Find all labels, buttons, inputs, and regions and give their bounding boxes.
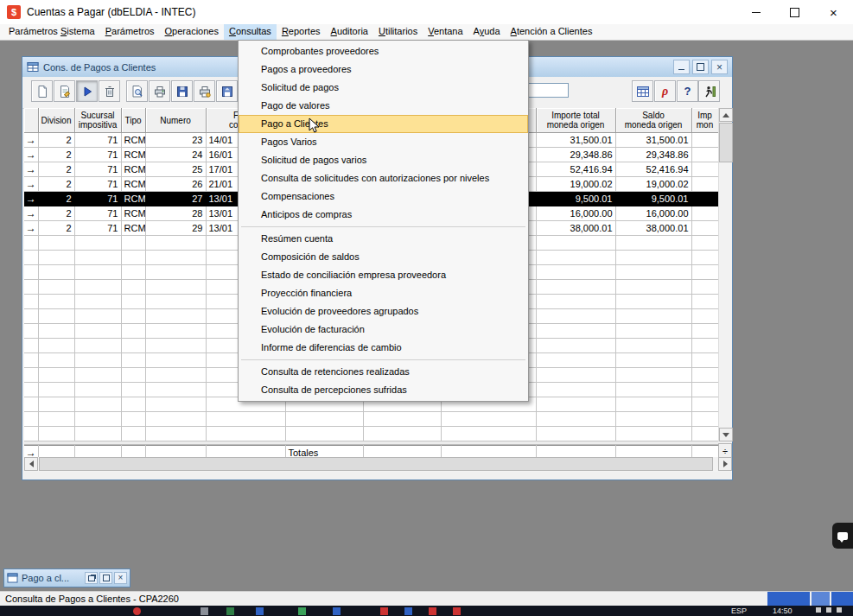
menubar-item-utilitarios[interactable]: Utilitarios: [373, 24, 423, 40]
menu-item-resumen-cuenta[interactable]: Resúmen cuenta: [239, 230, 528, 248]
chat-overlay-icon[interactable]: [832, 523, 853, 549]
minimize-icon: [678, 69, 684, 70]
arrow-up-icon: [723, 113, 729, 117]
export-diskette-icon: [220, 85, 234, 98]
grid-row-empty[interactable]: [24, 412, 718, 427]
totals-spinner[interactable]: ÷: [718, 443, 732, 458]
modify-record-button[interactable]: [54, 80, 75, 102]
menu-item-anticipos-de-compras[interactable]: Anticipos de compras: [239, 206, 528, 224]
menu-item-comprobantes-proveedores[interactable]: Comprobantes proveedores: [239, 42, 528, 60]
play-icon: [80, 85, 94, 98]
menubar-item-reportes[interactable]: Reportes: [277, 24, 326, 40]
tray-icon[interactable]: [826, 607, 831, 613]
close-button[interactable]: ×: [114, 572, 127, 584]
menubar-item-parametros-sistema[interactable]: Parámetros Sistema: [3, 24, 100, 40]
menubar-item-parametros[interactable]: Parámetros: [100, 24, 160, 40]
help-button[interactable]: ?: [677, 80, 698, 102]
col-header-tipo[interactable]: Tipo: [121, 108, 145, 133]
taskbar-icon[interactable]: [404, 607, 412, 615]
maximize-button[interactable]: [775, 0, 814, 24]
taskbar-icon[interactable]: [453, 607, 461, 615]
menu-item-pagos-varios[interactable]: Pagos Varios: [239, 133, 528, 151]
horizontal-scrollbar[interactable]: [24, 457, 732, 472]
exit-button[interactable]: [698, 80, 720, 102]
printer-icon: [153, 85, 167, 98]
horizontal-scroll-thumb[interactable]: [39, 457, 713, 471]
grid-view-button[interactable]: [632, 80, 653, 102]
menubar-item-operaciones[interactable]: Operaciones: [160, 24, 224, 40]
menu-item-consulta-de-solicitudes-con-autorizaciones-por-niveles[interactable]: Consulta de solicitudes con autorizacion…: [239, 169, 528, 187]
scroll-up-button[interactable]: [719, 108, 733, 122]
taskbar-icon[interactable]: [133, 607, 141, 615]
run-button[interactable]: [76, 80, 98, 102]
new-record-button[interactable]: [31, 80, 53, 102]
col-header-importe-total-moneda-origen[interactable]: Importe totalmoneda origen: [536, 108, 615, 133]
taskbar-clock[interactable]: 14:50: [773, 606, 793, 615]
menu-item-pago-a-clientes[interactable]: Pago a Clientes: [239, 115, 528, 133]
col-header-sucursal-impositiva[interactable]: Sucursalimpositiva: [74, 108, 121, 133]
child-minimize-button[interactable]: [673, 60, 690, 74]
tray-icon[interactable]: [816, 607, 821, 613]
preview-button[interactable]: [126, 80, 148, 102]
menu-item-consulta-de-percepciones-sufridas[interactable]: Consulta de percepciones sufridas: [239, 381, 528, 399]
menu-item-composicion-de-saldos[interactable]: Composición de saldos: [239, 248, 528, 266]
taskbar-icon[interactable]: [380, 607, 388, 615]
menu-item-estado-de-conciliacion-empresa-proveedora[interactable]: Estado de conciliación empresa proveedor…: [239, 266, 528, 284]
scroll-down-button[interactable]: [719, 428, 733, 441]
new-document-icon: [35, 85, 49, 98]
save-button[interactable]: [171, 80, 193, 102]
print-button[interactable]: [149, 80, 170, 102]
menu-item-solicitud-de-pagos-varios[interactable]: Solicitud de pagos varios: [239, 151, 528, 169]
col-header-0: [24, 108, 38, 133]
taskbar-icon[interactable]: [333, 607, 341, 615]
col-header-saldo-moneda-origen[interactable]: Saldomoneda origen: [615, 108, 691, 133]
close-button[interactable]: ×: [814, 0, 853, 24]
totals-label: Totales: [285, 446, 363, 458]
filter-button[interactable]: ρ: [654, 80, 676, 102]
scroll-right-button[interactable]: [718, 457, 732, 471]
menu-item-pagos-a-proveedores[interactable]: Pagos a proveedores: [239, 60, 528, 79]
close-icon: ×: [118, 574, 124, 582]
tray-icon[interactable]: [837, 607, 842, 613]
child-maximize-button[interactable]: [692, 60, 709, 74]
export-button[interactable]: [216, 80, 238, 102]
restore-button[interactable]: [85, 572, 98, 584]
app-icon: $: [7, 5, 21, 19]
vertical-scrollbar[interactable]: [718, 108, 732, 441]
taskbar-icon[interactable]: [298, 607, 306, 615]
taskbar-icon[interactable]: [226, 607, 234, 615]
col-header-imp-mon[interactable]: Impmon: [691, 108, 718, 133]
menu-item-evolucion-de-facturacion[interactable]: Evolución de facturación: [239, 321, 528, 339]
vertical-scroll-thumb[interactable]: [719, 123, 733, 162]
child-close-button[interactable]: ×: [711, 60, 728, 74]
print-setup-button[interactable]: [194, 80, 215, 102]
menubar-item-ventana[interactable]: Ventana: [423, 24, 468, 40]
taskbar-language[interactable]: ESP: [731, 606, 747, 615]
scroll-left-button[interactable]: [24, 457, 38, 471]
menu-item-evolucion-de-proveedores-agrupados[interactable]: Evolución de proveedores agrupados: [239, 302, 528, 321]
menu-item-pago-de-valores[interactable]: Pago de valores: [239, 97, 528, 115]
menu-item-consulta-de-retenciones-realizadas[interactable]: Consulta de retenciones realizadas: [239, 363, 528, 381]
menubar-item-atencion-a-clientes[interactable]: Atención a Clientes: [506, 24, 598, 40]
menubar-item-ayuda[interactable]: Ayuda: [468, 24, 506, 40]
menubar-item-auditoria[interactable]: Auditoria: [326, 24, 373, 40]
menu-item-proyeccion-financiera[interactable]: Proyección financiera: [239, 284, 528, 302]
row-marker-icon: →: [26, 149, 36, 161]
menubar-item-consultas[interactable]: Consultas: [224, 24, 277, 40]
grid-row-empty[interactable]: [24, 427, 718, 441]
delete-record-button[interactable]: [99, 80, 120, 102]
menu-item-informe-de-diferencias-de-cambio[interactable]: Informe de diferencias de cambio: [239, 339, 528, 357]
col-header-numero[interactable]: Numero: [145, 108, 206, 133]
taskbar-icon[interactable]: [429, 607, 436, 615]
menu-item-compensaciones[interactable]: Compensaciones: [239, 187, 528, 206]
maximize-button[interactable]: [99, 572, 112, 584]
taskbar-icon[interactable]: [256, 607, 264, 615]
statusbar-accent-block: [767, 592, 810, 606]
maximize-icon: [697, 63, 704, 71]
minimized-window-pago[interactable]: Pago a cl... ×: [3, 568, 130, 587]
minimize-button[interactable]: [736, 0, 775, 24]
col-header-division[interactable]: Division: [38, 108, 74, 133]
taskbar-icon[interactable]: [201, 607, 208, 615]
row-marker-icon: →: [26, 222, 36, 234]
menu-item-solicitud-de-pagos[interactable]: Solicitud de pagos: [239, 79, 528, 97]
